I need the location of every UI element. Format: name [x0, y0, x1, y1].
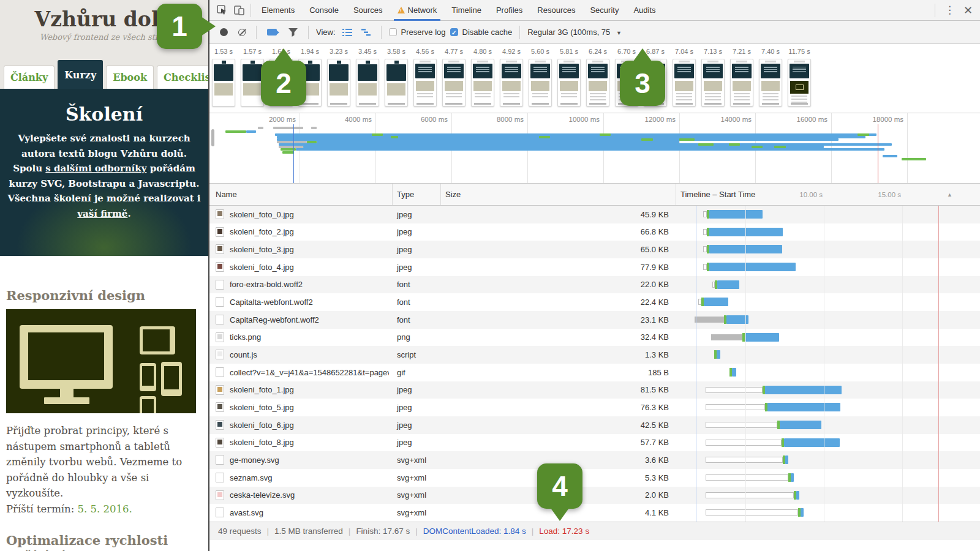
overview-bar	[774, 146, 786, 148]
column-header-size[interactable]: Size	[445, 184, 461, 206]
site-tab-články[interactable]: Články	[4, 66, 55, 89]
overview-bar	[282, 151, 294, 154]
tab-profiles[interactable]: Profiles	[489, 0, 530, 21]
table-row[interactable]: skoleni_foto_1.jpgjpeg81.5 KB	[209, 381, 980, 399]
table-row[interactable]: collect?v=1&_v=j41&a=1548652281&t=pagevi…	[209, 364, 980, 381]
column-header-timeline[interactable]: Timeline – Start Time	[680, 184, 755, 206]
skoleni-line: kurzy SVG, Bootstrapu a Javascriptu.	[0, 176, 208, 192]
filmstrip-frame[interactable]	[529, 59, 552, 107]
table-row[interactable]: count.jsscript1.3 KB	[209, 346, 980, 364]
request-name: ceska-televize.svg	[230, 490, 295, 500]
filmstrip-timestamp: 5.60 s	[529, 48, 552, 55]
filmstrip-frame[interactable]	[413, 59, 437, 107]
filmstrip-frame[interactable]	[471, 59, 494, 107]
tab-timeline[interactable]: Timeline	[444, 0, 489, 21]
table-row[interactable]: skoleni_foto_5.jpgjpeg76.3 KB	[209, 399, 980, 416]
column-header-type[interactable]: Type	[397, 184, 414, 206]
view-list-icon[interactable]	[342, 29, 352, 36]
image-file-icon	[216, 227, 224, 237]
request-type: jpeg	[397, 385, 412, 394]
table-row[interactable]: skoleni_foto_4.jpgjpeg77.9 KB	[209, 258, 980, 276]
overview-bar	[279, 146, 303, 148]
table-row[interactable]: skoleni_foto_8.jpgjpeg57.7 KB	[209, 434, 980, 452]
dcl-event-line	[293, 124, 294, 183]
table-row[interactable]: CapitaReg-webfont.woff2font23.1 KB	[209, 311, 980, 329]
tab-resources[interactable]: Resources	[530, 0, 582, 21]
filmstrip-timestamp: 11.75 s	[788, 48, 811, 55]
file-icon	[216, 367, 224, 377]
image-file-icon	[216, 420, 224, 430]
filmstrip-frame[interactable]	[385, 59, 408, 107]
overview-bar	[600, 133, 611, 136]
request-name: skoleni_foto_8.jpg	[230, 438, 294, 447]
table-row[interactable]: skoleni_foto_6.jpgjpeg42.5 KB	[209, 416, 980, 434]
filmstrip-timestamp: 4.92 s	[500, 48, 523, 55]
skoleni-line: Všechna školení je možné realizovat i	[0, 191, 208, 206]
disable-cache-checkbox[interactable]	[450, 28, 458, 36]
filmstrip-frame[interactable]	[759, 59, 782, 107]
site-tab-checklist[interactable]: Checklist	[157, 66, 208, 89]
filmstrip-frame[interactable]	[673, 59, 696, 107]
filter-icon[interactable]	[288, 28, 298, 37]
preserve-log-checkbox[interactable]	[389, 28, 397, 36]
table-row[interactable]: ceska-televize.svgsvg+xml2.0 KB	[209, 487, 980, 504]
network-table-header: Name Type Size Timeline – Start Time 10.…	[209, 184, 980, 206]
site-tab-ebook[interactable]: Ebook	[106, 66, 154, 89]
phone-icon	[161, 362, 182, 396]
timeline-overview[interactable]: 2000 ms4000 ms6000 ms8000 ms10000 ms1200…	[209, 113, 980, 184]
filmstrip-frame[interactable]	[327, 59, 350, 107]
table-row[interactable]: ge-money.svgsvg+xml3.6 KB	[209, 451, 980, 469]
callout-pointer	[633, 48, 652, 61]
filmstrip-camera-icon[interactable]	[267, 29, 277, 36]
filmstrip-frame[interactable]	[701, 59, 725, 107]
more-options-icon[interactable]: ⋮	[938, 4, 961, 17]
filmstrip-frame[interactable]	[356, 59, 379, 107]
tab-sources[interactable]: Sources	[346, 0, 390, 21]
record-button[interactable]	[220, 28, 228, 36]
inspect-element-icon[interactable]	[213, 2, 230, 19]
tab-console[interactable]: Console	[302, 0, 346, 21]
overview-bar	[277, 138, 839, 141]
column-header-name[interactable]: Name	[216, 184, 237, 206]
table-row[interactable]: skoleni_foto_3.jpgjpeg65.0 KB	[209, 241, 980, 258]
throttling-dropdown[interactable]: Regular 3G (100ms, 75 ▼	[527, 28, 622, 37]
filmstrip-frame[interactable]	[586, 59, 609, 107]
clear-button[interactable]	[238, 29, 246, 36]
overview-drag-handle[interactable]	[211, 129, 214, 146]
tab-network[interactable]: Network	[390, 0, 445, 21]
tab-audits[interactable]: Audits	[626, 0, 663, 21]
filmstrip-frame[interactable]	[557, 59, 581, 107]
responsive-body: Přijďte probrat principy, které s nástup…	[6, 423, 202, 517]
overview-bar	[883, 155, 898, 157]
filmstrip-frame[interactable]	[788, 59, 811, 107]
waterfall-cell	[676, 381, 980, 399]
filmstrip-frame[interactable]	[730, 59, 753, 107]
table-row[interactable]: skoleni_foto_0.jpgjpeg45.9 KB	[209, 206, 980, 223]
sort-arrow-icon[interactable]: ▲	[947, 192, 952, 198]
file-icon	[216, 508, 224, 517]
table-row[interactable]: foro-extra-bold.woff2font22.0 KB	[209, 276, 980, 294]
callout-3: 3	[620, 61, 665, 106]
table-row[interactable]: skoleni_foto_2.jpgjpeg66.8 KB	[209, 223, 980, 241]
tab-elements[interactable]: Elements	[254, 0, 302, 21]
device-toolbar-icon[interactable]	[230, 2, 247, 19]
disable-cache-label: Disable cache	[462, 28, 513, 37]
request-name: foro-extra-bold.woff2	[230, 280, 303, 289]
skoleni-link[interactable]: s dalšími odborníky	[45, 163, 146, 174]
tab-security[interactable]: Security	[582, 0, 626, 21]
request-size: 42.5 KB	[467, 421, 669, 430]
view-waterfall-icon[interactable]	[361, 29, 371, 36]
site-tab-kurzy[interactable]: Kurzy	[58, 60, 103, 89]
close-icon[interactable]: ✕	[961, 4, 980, 17]
table-row[interactable]: Capitalta-webfont.woff2font22.4 KB	[209, 293, 980, 311]
table-row[interactable]: avast.svgsvg+xml4.1 KB	[209, 504, 980, 522]
table-row[interactable]: ticks.pngpng32.4 KB	[209, 329, 980, 347]
filmstrip-frame[interactable]	[212, 59, 235, 107]
file-icon	[216, 280, 224, 290]
skoleni-link[interactable]: vaší firmě	[77, 208, 127, 219]
filmstrip-frame[interactable]	[442, 59, 466, 107]
waterfall-cell	[676, 206, 980, 223]
table-row[interactable]: seznam.svgsvg+xml5.3 KB	[209, 469, 980, 487]
overview-tick-label: 12000 ms	[633, 116, 676, 123]
filmstrip-frame[interactable]	[500, 59, 523, 107]
